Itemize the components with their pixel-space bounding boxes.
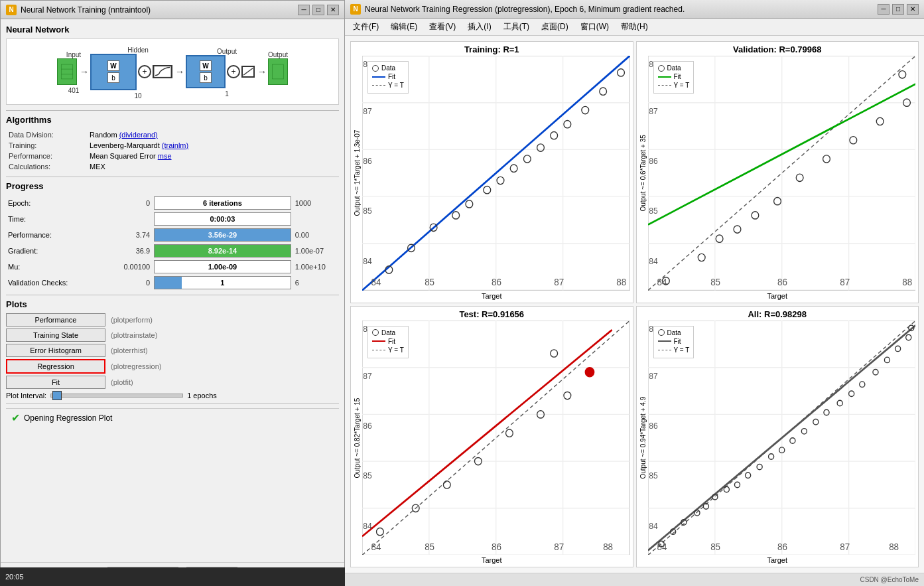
- sum-circle: +: [138, 65, 151, 78]
- menu-insert[interactable]: 插入(I): [462, 20, 496, 34]
- chart-validation-xlabel: Target: [639, 292, 916, 300]
- arrow-1: →: [80, 66, 89, 77]
- training-state-button[interactable]: Training State: [6, 329, 105, 342]
- performance-button[interactable]: Performance: [6, 313, 105, 327]
- svg-text:85: 85: [425, 277, 434, 287]
- chart-test-title: Test: R=0.91656: [354, 309, 630, 319]
- legend-data-item: Data: [372, 64, 404, 72]
- epoch-right-val: 1000: [293, 195, 339, 211]
- legend-fit-line: [372, 76, 385, 78]
- menu-tools[interactable]: 工具(T): [498, 20, 535, 34]
- chart-training-xlabel: Target: [354, 292, 630, 300]
- nn-diagram: Input → 401 Hidden: [6, 38, 339, 105]
- slider-track[interactable]: [50, 394, 183, 398]
- right-title-left: N Neural Network Training Regression (pl…: [350, 4, 685, 15]
- maximize-button[interactable]: □: [312, 5, 324, 15]
- chart-training-legend: Data Fit Y = T: [367, 61, 409, 94]
- all-legend-data-label: Data: [667, 329, 681, 336]
- time-label: Time:: [6, 211, 111, 227]
- svg-text:88: 88: [616, 277, 626, 287]
- chart-validation: Validation: R=0.79968 Output ~= 0.6*Targ…: [636, 41, 919, 303]
- val-checks-bar-text: 1: [220, 279, 224, 287]
- regression-link: (plotregression): [111, 362, 161, 370]
- grad-bar-text: 8.92e-14: [208, 247, 237, 255]
- menu-edit[interactable]: 编辑(E): [385, 20, 423, 34]
- right-close-button[interactable]: ✕: [907, 4, 919, 15]
- val-legend-fit-line: [658, 76, 671, 78]
- grad-bar-cell: 8.92e-14: [152, 243, 293, 259]
- regression-button[interactable]: Regression: [6, 359, 105, 374]
- output-hidden-inner: W b: [200, 60, 212, 83]
- slider-thumb[interactable]: [52, 391, 62, 400]
- svg-text:84: 84: [657, 542, 667, 552]
- svg-text:88: 88: [603, 542, 613, 552]
- training-algo-link[interactable]: (trainlm): [162, 141, 188, 149]
- perf-row: Performance: 3.74 3.56e-29 0.00: [6, 227, 339, 243]
- svg-text:88: 88: [889, 542, 899, 552]
- legend-fit-item: Fit: [372, 73, 404, 80]
- nn-output-block: Output W b + →: [186, 46, 268, 98]
- epoch-bar-text: 6 iterations: [203, 199, 242, 207]
- all-legend-yt-label: Y = T: [674, 346, 690, 354]
- svg-text:84: 84: [649, 521, 658, 530]
- plot-btn-regression: Regression (plotregression): [6, 359, 339, 374]
- plot-btn-error-histogram: Error Histogram (ploterrhist): [6, 344, 339, 357]
- divider-1: [6, 110, 339, 111]
- title-bar-buttons: ─ □ ✕: [298, 5, 339, 15]
- test-legend-dot: [372, 329, 379, 336]
- menu-window[interactable]: 窗口(W): [575, 20, 614, 34]
- panel-body: Neural Network Input → 401: [1, 19, 344, 562]
- status-text: Opening Regression Plot: [24, 413, 112, 423]
- error-histogram-button[interactable]: Error Histogram: [6, 344, 105, 357]
- plot-interval-label: Plot Interval:: [6, 392, 46, 400]
- svg-text:86: 86: [649, 421, 658, 430]
- chart-validation-title: Validation: R=0.79968: [639, 44, 916, 54]
- svg-text:84: 84: [371, 542, 381, 552]
- perf-bar-text: 3.56e-29: [208, 231, 237, 239]
- chart-all-plot: 84 85 86 87 88 84 85 86 87 88: [648, 321, 916, 555]
- chart-area: Training: R=1 Output ~= 1*Target + 1.3e-…: [345, 36, 924, 573]
- svg-text:87: 87: [554, 542, 564, 552]
- mu-bar-cell: 1.00e-09: [152, 259, 293, 275]
- right-minimize-button[interactable]: ─: [878, 4, 890, 15]
- all-legend-yt: Y = T: [658, 346, 690, 354]
- calculations-val: MEX: [88, 162, 338, 171]
- legend-fit-label: Fit: [388, 73, 395, 80]
- input-label: Input: [66, 51, 81, 58]
- sigmoid-box: [153, 65, 172, 78]
- grad-label: Gradient:: [6, 243, 111, 259]
- menu-desktop[interactable]: 桌面(D): [536, 20, 574, 34]
- output-b-box: b: [200, 72, 212, 83]
- chart-validation-plot: 84 85 86 87 88 84 85 86 87 88: [648, 56, 916, 291]
- fit-button[interactable]: Fit: [6, 376, 105, 389]
- mu-bar-text: 1.00e-09: [208, 263, 237, 271]
- svg-text:86: 86: [363, 156, 372, 165]
- time-bar-cell: 0:00:03: [152, 211, 293, 227]
- calculations-label: Calculations:: [7, 162, 87, 171]
- right-app-icon: N: [350, 4, 361, 15]
- menu-help[interactable]: 帮助(H): [616, 20, 653, 34]
- training-algo-row: Training: Levenberg-Marquardt (trainlm): [7, 141, 338, 150]
- output-w-box: W: [200, 60, 212, 71]
- chart-test-ylabel: Output ~= 0.82*Target + 15: [354, 321, 361, 555]
- nn-final-output: Output 1: [268, 49, 288, 94]
- data-division-link[interactable]: (dividerand): [119, 131, 158, 139]
- svg-text:85: 85: [425, 542, 434, 552]
- plot-btn-performance: Performance (plotperform): [6, 313, 339, 327]
- chart-training-ylabel: Output ~= 1*Target + 1.3e-07: [354, 56, 361, 291]
- svg-point-90: [585, 367, 594, 376]
- arrow-2: →: [175, 66, 184, 77]
- data-division-label: Data Division:: [7, 130, 87, 139]
- data-division-val: Random: [90, 131, 117, 139]
- svg-text:84: 84: [363, 521, 372, 530]
- minimize-button[interactable]: ─: [298, 5, 310, 15]
- close-button[interactable]: ✕: [327, 5, 339, 15]
- svg-text:85: 85: [363, 471, 372, 480]
- val-legend-dot: [658, 65, 665, 72]
- menu-file[interactable]: 文件(F): [348, 20, 384, 34]
- menu-view[interactable]: 查看(V): [424, 20, 461, 34]
- performance-algo-link[interactable]: mse: [158, 152, 172, 160]
- right-maximize-button[interactable]: □: [892, 4, 904, 15]
- performance-algo-value: Mean Squared Error mse: [88, 151, 338, 161]
- output-label: Output: [217, 48, 237, 55]
